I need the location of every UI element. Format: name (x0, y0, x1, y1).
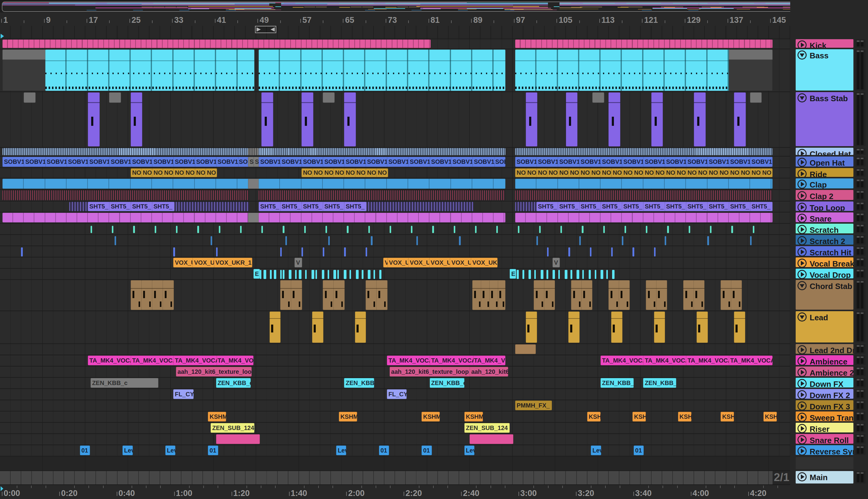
clip[interactable] (248, 148, 260, 155)
clip-sobv1[interactable]: SOBV1 (558, 157, 580, 167)
clip-tick[interactable] (197, 226, 199, 233)
track-header-bass[interactable]: Bass (796, 49, 853, 90)
clip[interactable] (162, 280, 174, 310)
clip[interactable] (366, 202, 474, 211)
clip[interactable] (734, 312, 745, 343)
fold-closed-icon[interactable] (797, 390, 807, 399)
clip[interactable] (376, 280, 388, 310)
clip[interactable] (694, 93, 706, 146)
track-lane-lead-2nd-drop[interactable] (0, 343, 790, 355)
clip-pmmh-fx-[interactable]: PMMH_FX_ (515, 401, 552, 410)
clip[interactable] (656, 280, 668, 310)
clip-no[interactable]: NO (590, 168, 602, 177)
clip[interactable] (534, 280, 545, 310)
clip-no[interactable]: NO (707, 168, 719, 177)
clip-tick[interactable] (344, 247, 345, 256)
clip-tick[interactable] (133, 226, 135, 233)
track-header-ambience[interactable]: Ambience (796, 355, 853, 365)
clip-tick[interactable] (328, 236, 330, 245)
clip-tick[interactable] (155, 226, 156, 233)
clip-tick[interactable] (611, 247, 613, 256)
track-lane-kick[interactable] (0, 39, 790, 49)
clip-tick[interactable] (368, 270, 370, 279)
clip-no[interactable]: NO (141, 168, 153, 177)
clip-tick[interactable] (534, 270, 536, 279)
clip-sobv1[interactable]: SOBV1 (173, 157, 196, 167)
clip-sobv1[interactable]: SOBV1 (323, 157, 345, 167)
clip[interactable] (312, 312, 323, 343)
clip-no[interactable]: NO (184, 168, 196, 177)
clip-sht5-[interactable]: SHT5_ (536, 202, 559, 211)
clip-kshm[interactable]: KSHM (633, 412, 646, 422)
clip-sobv1[interactable]: SOBV1 (259, 157, 281, 167)
clip-ta-mk4-vocal[interactable]: TA_MK4_VOCAL (387, 355, 431, 365)
clip-tick[interactable] (302, 247, 303, 256)
clip-sobv1[interactable]: SOBV1 (24, 157, 46, 167)
clip-tick[interactable] (283, 270, 284, 279)
clip-tick[interactable] (536, 236, 538, 245)
clip[interactable] (131, 280, 142, 310)
clip[interactable] (619, 280, 630, 310)
clip-tick[interactable] (280, 247, 282, 256)
clip[interactable] (344, 93, 356, 146)
fold-closed-icon[interactable] (797, 401, 807, 410)
fold-open-icon[interactable] (797, 281, 807, 290)
track-header-down-fx-2[interactable]: Down FX 2 (796, 389, 853, 399)
clip-e[interactable]: E (510, 269, 516, 279)
clip-no[interactable]: NO (526, 168, 538, 177)
clip-tick[interactable] (571, 270, 572, 279)
clip-vox-ukr-1[interactable]: VOX_UKR_1 (471, 258, 498, 267)
clip-sht5-[interactable]: SHT5_ (622, 202, 644, 211)
clip-vox-u[interactable]: VOX_U (450, 258, 472, 267)
clip-no[interactable]: NO (569, 168, 580, 177)
clip-tick[interactable] (753, 226, 754, 233)
fold-closed-icon[interactable] (797, 413, 807, 421)
clip-tick[interactable] (518, 226, 519, 233)
track-lane-vocal-break[interactable]: VOX_UVOX_UVOX_UKR_1VVVOX_UVOX_UVOX_UVOX_… (0, 257, 790, 268)
clip-01[interactable]: 01 (379, 446, 389, 455)
track-lane-chord-stab[interactable] (0, 279, 790, 311)
clip-sobv1[interactable]: SOBV1 (45, 157, 68, 167)
clip-no[interactable]: NO (654, 168, 666, 177)
clip-sht5-[interactable]: SHT5_ (686, 202, 708, 211)
clip[interactable] (582, 280, 592, 310)
clip-tick[interactable] (523, 270, 524, 279)
clip-no[interactable]: NO (366, 168, 378, 177)
clip-zen-sub-124[interactable]: ZEN_SUB_124 (464, 423, 510, 433)
clip-sht5-[interactable]: SHT5_ (302, 202, 324, 211)
clip-ta-mk4-vocal[interactable]: TA_MK4_VOCAL (686, 355, 730, 365)
clip-no[interactable]: NO (622, 168, 634, 177)
clip[interactable] (571, 280, 582, 310)
fold-closed-icon[interactable] (797, 149, 807, 155)
clip-tick[interactable] (552, 270, 555, 279)
clip-sobv1[interactable]: SOBV1 (2, 157, 25, 167)
clip-tick[interactable] (379, 270, 381, 279)
clip-no[interactable]: NO (162, 168, 174, 177)
clip-tick[interactable] (601, 270, 603, 279)
clip-tick[interactable] (590, 247, 591, 256)
playhead-marker-icon[interactable] (1, 34, 4, 39)
clip-sobv1[interactable]: SOBV1 (280, 157, 303, 167)
clip[interactable] (515, 39, 773, 48)
clip-tick[interactable] (362, 270, 363, 279)
clip-vox-u[interactable]: VOX_U (388, 258, 409, 267)
track-lane-top-loop[interactable]: SHT5_SHT5_SHT5_SHT5_SHT5_SHT5_SHT5_SHT5_… (0, 201, 790, 212)
clip[interactable] (734, 93, 746, 146)
clip-tick[interactable] (114, 236, 116, 245)
clip-tick[interactable] (560, 226, 562, 233)
clip[interactable] (261, 93, 273, 146)
clip-tick[interactable] (356, 270, 359, 279)
clip-no[interactable]: NO (312, 168, 324, 177)
clip-tick[interactable] (264, 270, 266, 279)
clip-sobv1[interactable]: SOBV1 (152, 157, 174, 167)
clip-tick[interactable] (328, 270, 329, 279)
track-lane-snare[interactable] (0, 212, 790, 223)
clip-no[interactable]: NO (558, 168, 570, 177)
arrangement-grid[interactable]: SOBV1SSSOBV1SOBV1SOBV1SOBV1SOBV1SOBV1SOB… (0, 39, 790, 484)
clip[interactable] (333, 280, 345, 310)
track-header-kick[interactable]: Kick (796, 39, 853, 48)
track-header-clap[interactable]: Clap (796, 179, 853, 188)
clip-vox-ukr-1[interactable]: VOX_UKR_1 (214, 258, 252, 267)
clip-tick[interactable] (295, 270, 297, 279)
track-lane-scratch[interactable] (0, 223, 790, 234)
